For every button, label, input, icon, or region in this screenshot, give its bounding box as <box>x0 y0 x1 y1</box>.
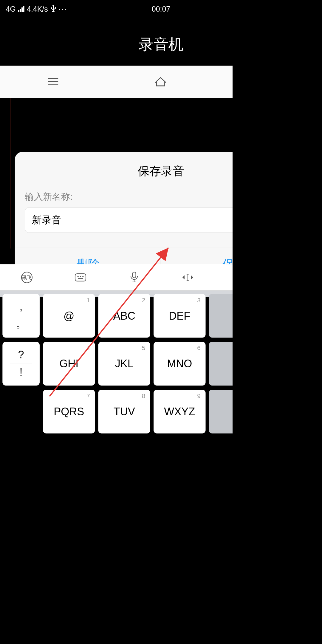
svg-rect-3 <box>75 273 86 281</box>
key-tuv[interactable]: 8TUV <box>98 390 150 434</box>
cursor-icon[interactable] <box>181 270 195 284</box>
key-pqrs[interactable]: 7PQRS <box>43 390 95 434</box>
recents-icon[interactable] <box>47 76 60 88</box>
key-abc[interactable]: 2ABC <box>98 294 150 338</box>
clock: 00:07 <box>152 5 170 13</box>
usb-icon <box>50 4 56 14</box>
key-def[interactable]: 3DEF <box>154 294 205 338</box>
keyboard: ,。 1@ 2ABC 3DEF ?! 4GHI 5JKL 6MNO ^_^ 7P… <box>0 291 233 297</box>
system-navbar <box>0 66 233 98</box>
key-ab[interactable]: ab <box>209 390 233 434</box>
status-bar: 4G 4.4K/s ··· 00:07 HD 68% ⚡ <box>0 0 233 18</box>
key-mno[interactable]: 6MNO <box>154 342 205 386</box>
svg-rect-8 <box>132 272 136 278</box>
key-jkl[interactable]: 5JKL <box>98 342 150 386</box>
keyboard-icon[interactable] <box>73 270 87 284</box>
save-recording-dialog: 保存录音 输入新名称: 新录音 删除 保存 <box>15 152 233 282</box>
dialog-label: 输入新名称: <box>25 191 233 203</box>
svg-rect-7 <box>78 278 83 279</box>
svg-text:讯飞: 讯飞 <box>22 275 32 281</box>
playhead[interactable] <box>10 92 10 248</box>
data-speed: 4.4K/s <box>27 5 48 13</box>
key-backspace[interactable] <box>209 294 233 338</box>
key-question[interactable]: ?! <box>2 342 40 386</box>
key-wxyz[interactable]: 9WXYZ <box>154 390 205 434</box>
key-at[interactable]: 1@ <box>43 294 95 338</box>
keyboard-toolbar: 讯飞 <box>0 264 233 291</box>
dialog-title: 保存录音 <box>15 163 233 179</box>
svg-point-6 <box>82 276 83 277</box>
ime-brand-icon[interactable]: 讯飞 <box>20 270 34 284</box>
signal-icon <box>18 6 24 12</box>
svg-point-4 <box>78 276 79 277</box>
key-emoticon[interactable]: ^_^ <box>209 342 233 386</box>
recording-name-input[interactable]: 新录音 <box>25 207 233 233</box>
more-icon: ··· <box>59 5 67 13</box>
mic-icon[interactable] <box>127 270 141 284</box>
svg-point-5 <box>80 276 81 277</box>
home-icon[interactable] <box>154 76 168 88</box>
page-title: 录音机 <box>0 35 233 55</box>
network-type: 4G <box>6 5 16 13</box>
key-comma[interactable]: ,。 <box>2 294 40 338</box>
key-ghi[interactable]: 4GHI <box>43 342 95 386</box>
status-left: 4G 4.4K/s ··· <box>6 4 67 14</box>
